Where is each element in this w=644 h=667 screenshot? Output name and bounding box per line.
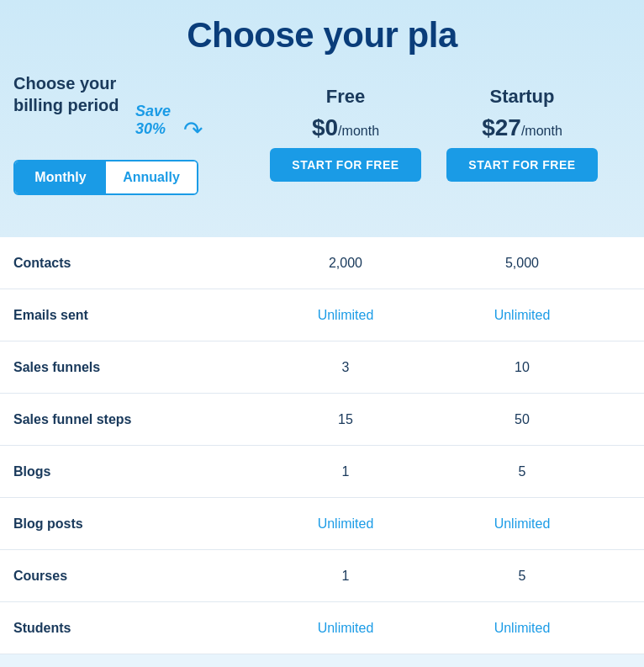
monthly-tab[interactable]: Monthly (15, 161, 106, 193)
feature-free-value: Unlimited (257, 621, 434, 636)
feature-row: Sales funnels310 (0, 341, 644, 394)
feature-label: Sales funnels (13, 360, 257, 375)
feature-startup-value: 50 (434, 412, 610, 427)
feature-row: StudentsUnlimitedUnlimited (0, 602, 644, 654)
free-plan-header: Free $0 /month START FOR FREE (257, 86, 434, 182)
startup-plan-header: Startup $27 /month START FOR FREE (434, 86, 610, 182)
page-title: Choose your pla (0, 0, 644, 72)
feature-startup-value: Unlimited (434, 308, 610, 323)
feature-free-value: 15 (257, 412, 434, 427)
plans-header: Choose your billing period Save30% ↷ Mon… (0, 72, 644, 212)
feature-label: Sales funnel steps (13, 412, 257, 427)
feature-label: Emails sent (13, 308, 257, 323)
feature-startup-value: 5,000 (434, 256, 610, 271)
free-plan-cta[interactable]: START FOR FREE (270, 148, 421, 182)
feature-free-value: Unlimited (257, 516, 434, 532)
feature-startup-value: 10 (434, 360, 610, 375)
feature-startup-value: 5 (434, 464, 610, 479)
feature-free-value: 2,000 (257, 256, 434, 271)
feature-row: Blogs15 (0, 446, 644, 498)
feature-label: Blogs (13, 464, 257, 479)
feature-free-value: 1 (257, 569, 434, 584)
feature-row: Sales funnel steps1550 (0, 394, 644, 446)
feature-row: Blog postsUnlimitedUnlimited (0, 498, 644, 550)
feature-label: Blog posts (13, 516, 257, 532)
feature-row: Emails sentUnlimitedUnlimited (0, 289, 644, 341)
free-price-currency: $0 (312, 114, 338, 141)
free-plan-price: $0 /month (312, 114, 379, 141)
header-section: Choose your pla Choose your billing peri… (0, 0, 644, 237)
feature-startup-value: Unlimited (434, 621, 610, 636)
feature-label: Students (13, 621, 257, 636)
feature-label: Contacts (13, 256, 257, 271)
feature-free-value: 1 (257, 464, 434, 479)
startup-price-currency: $27 (482, 114, 521, 141)
annually-tab[interactable]: Annually (106, 161, 197, 193)
feature-label: Courses (13, 569, 257, 584)
arrow-icon: ↷ (183, 116, 203, 144)
free-price-period: /month (338, 124, 379, 139)
features-table: Contacts2,0005,000Emails sentUnlimitedUn… (0, 237, 644, 654)
feature-startup-value: 5 (434, 569, 610, 584)
feature-free-value: 3 (257, 360, 434, 375)
startup-price-period: /month (521, 124, 562, 139)
feature-row: Courses15 (0, 550, 644, 602)
feature-row: Contacts2,0005,000 (0, 237, 644, 289)
feature-free-value: Unlimited (257, 308, 434, 323)
billing-section: Choose your billing period Save30% ↷ Mon… (13, 72, 257, 195)
billing-toggle: Monthly Annually (13, 160, 198, 195)
feature-startup-value: Unlimited (434, 516, 610, 532)
startup-plan-price: $27 /month (482, 114, 562, 141)
page-wrapper: Choose your pla Choose your billing peri… (0, 0, 644, 654)
save-badge: Save30% (135, 103, 171, 138)
startup-plan-name: Startup (490, 86, 555, 108)
startup-plan-cta[interactable]: START FOR FREE (446, 148, 598, 182)
free-plan-name: Free (326, 86, 365, 108)
